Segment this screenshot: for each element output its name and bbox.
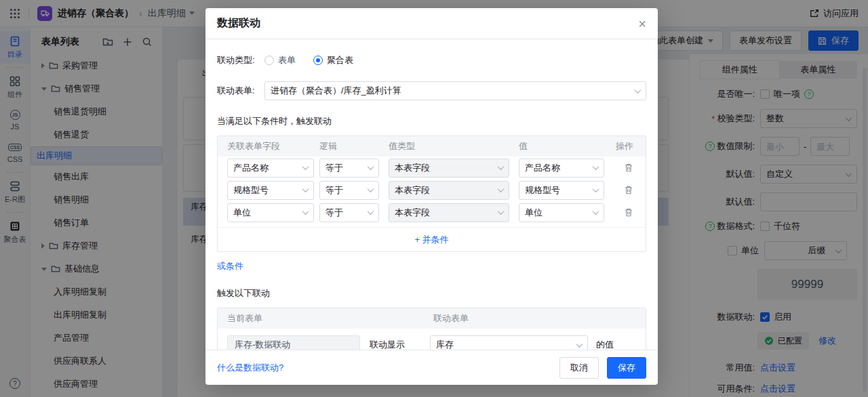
value-select[interactable]: 规格型号 xyxy=(519,181,604,200)
linkage-form-select[interactable]: 进销存（聚合表）/库存_盈利计算 xyxy=(264,81,646,100)
trigger-row: 库存-数据联动 联动显示 库存 的值 xyxy=(218,329,646,350)
chevron-down-icon xyxy=(368,208,374,215)
chevron-down-icon xyxy=(498,186,505,192)
modal-footer: 什么是数据联动? 取消 保存 xyxy=(205,350,658,385)
current-field-input: 库存-数据联动 xyxy=(227,335,360,350)
value-select[interactable]: 单位 xyxy=(519,203,604,222)
chevron-down-icon xyxy=(368,163,374,170)
value-type-select[interactable]: 本表字段 xyxy=(389,203,509,222)
app-root: 进销存（聚合表） › 出库明细 访问应用 目录 组件 JS xyxy=(0,0,868,397)
modal-header: 数据联动 × xyxy=(205,8,658,39)
cancel-button[interactable]: 取消 xyxy=(559,357,599,379)
add-and-condition-link[interactable]: + 并条件 xyxy=(218,227,646,251)
linkage-form-row: 联动表单: 进销存（聚合表）/库存_盈利计算 xyxy=(217,81,646,100)
chevron-down-icon xyxy=(368,186,374,192)
condition-row: 单位 等于 本表字段 单位 xyxy=(218,201,646,224)
target-field-select[interactable]: 库存 xyxy=(430,335,588,350)
radio-selected-icon xyxy=(313,56,323,65)
value-suffix-label: 的值 xyxy=(596,339,614,350)
condition-row: 规格型号 等于 本表字段 规格型号 xyxy=(218,179,646,201)
condition-section-title: 当满足以下条件时，触发联动 xyxy=(217,115,646,127)
radio-icon xyxy=(264,56,274,65)
trigger-section-title: 触发以下联动 xyxy=(217,287,646,299)
chevron-down-icon xyxy=(593,208,599,215)
delete-icon[interactable] xyxy=(624,185,633,195)
condition-table: 关联表单字段 逻辑 值类型 值 操作 产品名称 等于 本表字段 产品名称 规格型… xyxy=(217,135,646,252)
chevron-down-icon xyxy=(302,163,309,170)
value-type-select[interactable]: 本表字段 xyxy=(389,181,509,200)
chevron-down-icon xyxy=(593,186,599,192)
modal-title: 数据联动 xyxy=(217,16,638,30)
radio-form[interactable]: 表单 xyxy=(264,54,296,66)
chevron-down-icon xyxy=(576,341,583,348)
linkage-type-label: 联动类型: xyxy=(217,54,264,66)
radio-aggregate-table[interactable]: 聚合表 xyxy=(313,54,353,66)
chevron-down-icon xyxy=(498,163,505,170)
trigger-table-header: 当前表单 联动表单 xyxy=(218,308,646,329)
modal-body: 联动类型: 表单 聚合表 联动表单: 进销存（聚合表）/库存_盈利计算 xyxy=(205,39,658,350)
value-select[interactable]: 产品名称 xyxy=(519,159,604,177)
linkage-form-label: 联动表单: xyxy=(217,85,264,97)
data-linkage-modal: 数据联动 × 联动类型: 表单 聚合表 联动表单: xyxy=(205,8,658,385)
delete-icon[interactable] xyxy=(624,207,633,217)
chevron-down-icon xyxy=(635,87,642,93)
chevron-down-icon xyxy=(302,208,309,215)
field-select[interactable]: 产品名称 xyxy=(227,159,314,177)
chevron-down-icon xyxy=(498,208,505,215)
field-select[interactable]: 规格型号 xyxy=(227,181,314,200)
trigger-table: 当前表单 联动表单 库存-数据联动 联动显示 库存 的值 xyxy=(217,308,646,350)
condition-table-header: 关联表单字段 逻辑 值类型 值 操作 xyxy=(218,136,646,156)
linkage-display-label: 联动显示 xyxy=(370,339,405,350)
what-is-linkage-link[interactable]: 什么是数据联动? xyxy=(217,362,283,374)
close-icon[interactable]: × xyxy=(638,17,646,30)
linkage-type-radio-group: 表单 聚合表 xyxy=(264,54,353,66)
value-type-select[interactable]: 本表字段 xyxy=(389,159,509,177)
condition-row: 产品名称 等于 本表字段 产品名称 xyxy=(218,156,646,179)
delete-icon[interactable] xyxy=(624,163,633,173)
chevron-down-icon xyxy=(302,186,309,192)
or-condition-link[interactable]: 或条件 xyxy=(217,260,243,272)
logic-select[interactable]: 等于 xyxy=(319,203,379,222)
field-select[interactable]: 单位 xyxy=(227,203,314,222)
logic-select[interactable]: 等于 xyxy=(319,159,379,177)
chevron-down-icon xyxy=(593,163,599,170)
save-button[interactable]: 保存 xyxy=(607,357,646,379)
logic-select[interactable]: 等于 xyxy=(319,181,379,200)
linkage-type-row: 联动类型: 表单 聚合表 xyxy=(217,54,646,66)
